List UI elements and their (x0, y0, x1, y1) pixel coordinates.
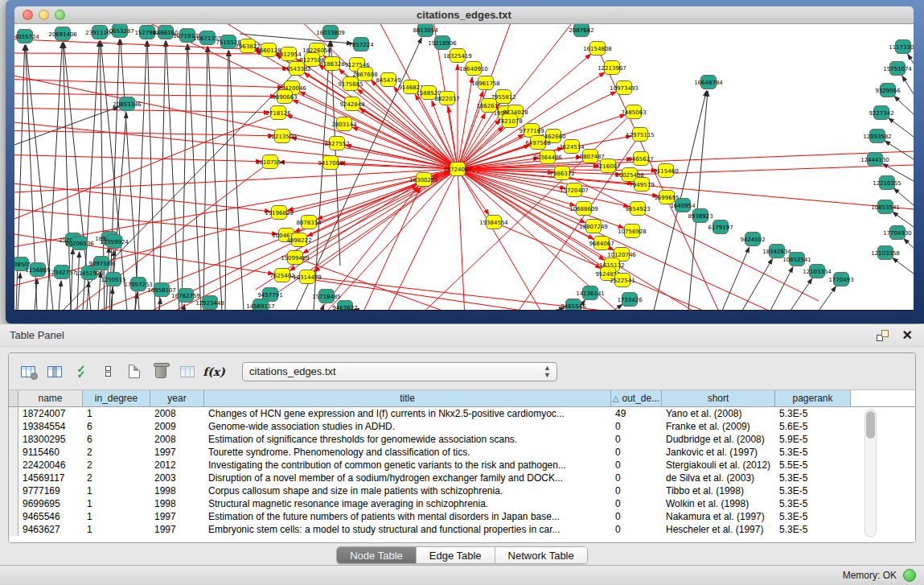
graph-node[interactable]: 6179197 (708, 220, 733, 234)
citation-network-graph[interactable]: 1872400779638228660128891295418226058912… (14, 24, 914, 311)
column-header-in_degree[interactable]: in_degree (83, 390, 150, 406)
graph-node[interactable]: 16648784 (694, 76, 723, 89)
graph-node[interactable]: 9465546 (561, 299, 586, 311)
graph-node[interactable]: 16961758 (471, 76, 500, 90)
graph-node[interactable]: 12444130 (860, 153, 889, 167)
graph-node[interactable]: 8878334 (296, 216, 322, 229)
citation-edge-black[interactable] (791, 278, 812, 311)
citation-edge-black[interactable] (208, 47, 222, 311)
select-columns-button[interactable]: ✓✓ (72, 362, 91, 381)
graph-node[interactable]: 24055724 (14, 30, 39, 43)
column-header-year[interactable]: year (150, 390, 204, 406)
graph-node[interactable]: 9115460 (653, 164, 678, 178)
graph-node[interactable]: 10853541 (871, 200, 900, 214)
graph-node[interactable]: 18640910 (459, 62, 488, 76)
citation-edge-red[interactable] (14, 130, 273, 136)
table-row[interactable]: 1938455462009Genome-wide association stu… (9, 420, 915, 433)
citation-edge-black[interactable] (77, 252, 80, 311)
close-panel-icon[interactable]: ✕ (902, 328, 913, 343)
citation-edge-red[interactable] (458, 77, 472, 169)
citation-edge-black[interactable] (159, 41, 166, 311)
citation-edge-black[interactable] (147, 41, 155, 311)
graph-node[interactable]: 10756928 (618, 225, 647, 238)
graph-node[interactable]: 10688609 (569, 202, 598, 216)
graph-node[interactable]: 8454749 (376, 73, 400, 87)
column-header-pagerank[interactable]: pagerank (775, 390, 851, 406)
delete-table-button[interactable] (178, 362, 197, 381)
column-header-name[interactable]: name (18, 390, 83, 406)
citation-edge-black[interactable] (742, 259, 772, 311)
citation-edge-red[interactable] (320, 187, 418, 311)
citation-edge-black[interactable] (688, 91, 708, 311)
graph-node[interactable]: 9463627 (332, 301, 357, 311)
graph-node[interactable]: 1770493 (828, 273, 853, 286)
citation-edge-black[interactable] (889, 118, 914, 137)
table-row[interactable]: 969969511998Structural magnetic resonanc… (9, 497, 915, 510)
graph-node[interactable]: 12210355 (873, 176, 901, 190)
column-header-short[interactable]: short (662, 390, 775, 406)
graph-node[interactable]: 12093582 (863, 130, 892, 143)
graph-node[interactable]: 10314479 (293, 270, 322, 284)
citation-edge-black[interactable] (722, 247, 749, 311)
citation-edge-black[interactable] (14, 107, 119, 145)
table-selector-dropdown[interactable]: citations_edges.txt ▲▼ (242, 362, 557, 381)
table-row[interactable]: 911546021997Tourette syndrome. Phenomeno… (9, 446, 915, 459)
citation-edge-black[interactable] (893, 212, 914, 227)
table-vertical-scrollbar[interactable] (864, 409, 877, 538)
graph-node[interactable]: 9227342 (869, 106, 893, 120)
citation-edge-black[interactable] (893, 188, 914, 205)
citation-edge-red[interactable] (458, 169, 545, 311)
graph-node[interactable]: 9424502 (740, 233, 765, 246)
graph-node[interactable]: 14136141 (576, 286, 605, 300)
graph-node[interactable]: 19218906 (428, 36, 457, 50)
graph-node[interactable]: 3624534 (559, 140, 585, 154)
graph-node[interactable]: 20364486 (533, 150, 562, 164)
citation-edge-red[interactable] (14, 154, 261, 162)
tab-node-table[interactable]: Node Table (337, 547, 417, 563)
new-column-button[interactable] (125, 362, 144, 381)
graph-node[interactable]: 9854923 (625, 202, 650, 216)
citation-edge-red[interactable] (14, 108, 269, 113)
graph-node[interactable]: 19196829 (265, 206, 294, 220)
citation-edge-black[interactable] (893, 258, 914, 274)
row-height-button[interactable] (98, 362, 117, 381)
graph-node[interactable]: 1733426 (617, 293, 643, 307)
column-header-out_de[interactable]: △out_de... (611, 390, 662, 406)
citation-edge-black[interactable] (819, 286, 836, 311)
citation-edge-red[interactable] (458, 169, 786, 311)
scrollbar-thumb[interactable] (866, 411, 875, 439)
table-row[interactable]: 977716911998Corpus callosum shape and si… (9, 484, 915, 497)
table-row[interactable]: 946554611997Estimation of the future num… (9, 510, 915, 523)
graph-node[interactable]: 15751074 (883, 62, 912, 76)
graph-node[interactable]: 9417008 (318, 156, 343, 170)
citation-edge-red[interactable] (14, 66, 288, 68)
graph-node[interactable]: 15099489 (281, 251, 310, 265)
column-header-title[interactable]: title (204, 390, 611, 406)
network-canvas[interactable]: 1872400779638228660128891295418226058912… (14, 24, 914, 311)
graph-node[interactable]: 20691406 (48, 27, 77, 41)
function-builder-button[interactable]: f(x) (204, 362, 224, 381)
table-row[interactable]: 946362711997Embryonic stem cells: a mode… (9, 523, 915, 536)
graph-node[interactable]: 12103354 (803, 265, 832, 278)
graph-node[interactable]: 15720407 (560, 183, 589, 197)
citation-edge-red[interactable] (384, 169, 458, 311)
table-row[interactable]: 1830029562008Estimation of significance … (9, 433, 915, 446)
citation-edge-black[interactable] (183, 304, 184, 311)
graph-node[interactable]: 18807249 (579, 220, 608, 233)
graph-node[interactable]: 18107554 (256, 155, 285, 169)
graph-node[interactable]: 12975115 (626, 128, 655, 142)
citation-edge-black[interactable] (166, 41, 179, 311)
citation-edge-black[interactable] (902, 76, 914, 97)
table-row[interactable]: 2242004622012Investigating the contribut… (9, 459, 915, 472)
graph-node[interactable]: 17704930 (883, 226, 912, 240)
citation-edge-black[interactable] (59, 281, 61, 311)
citation-edge-black[interactable] (904, 239, 914, 253)
float-panel-icon[interactable] (877, 330, 889, 341)
graph-node[interactable]: 12213500 (268, 130, 297, 143)
citation-edge-red[interactable] (14, 232, 273, 274)
show-columns-button[interactable] (45, 362, 64, 381)
graph-node[interactable]: 1250515 (101, 273, 125, 286)
citation-edge-black[interactable] (894, 97, 914, 114)
tab-edge-table[interactable]: Edge Table (417, 547, 495, 563)
graph-node[interactable]: 9329966 (875, 84, 901, 97)
